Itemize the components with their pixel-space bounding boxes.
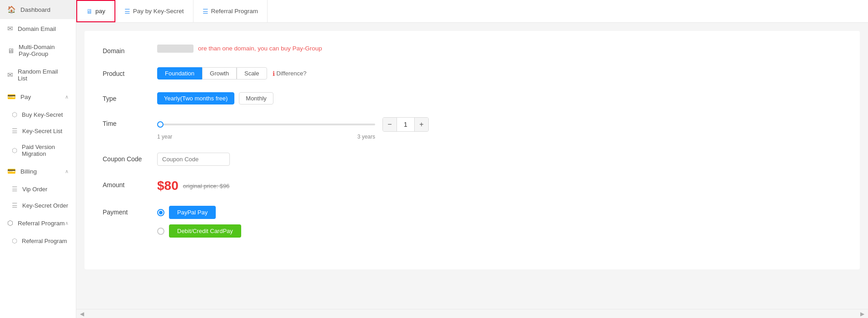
time-row: Time − 1 + 1 year 3 years bbox=[103, 117, 842, 140]
referral-sub-icon: ⬡ bbox=[12, 237, 17, 244]
amount-original: original price: $96 bbox=[183, 183, 230, 189]
sidebar-item-vip-order[interactable]: ☰ Vip Order bbox=[0, 181, 76, 197]
list-icon: ✉ bbox=[7, 71, 13, 79]
payment-option-paypal: PayPal Pay bbox=[157, 206, 842, 219]
payment-label: Payment bbox=[103, 206, 157, 216]
scroll-bottom-bar: ◀ ▶ bbox=[76, 309, 868, 318]
sidebar-group-pay[interactable]: 💳 Pay ∧ bbox=[0, 87, 76, 106]
tab-referral-label: Referral Program bbox=[211, 8, 258, 15]
type-control: Yearly(Two months free) Monthly bbox=[157, 92, 842, 104]
order-icon: ☰ bbox=[12, 202, 18, 209]
scroll-right-arrow[interactable]: ▶ bbox=[857, 311, 868, 317]
product-label: Product bbox=[103, 67, 157, 77]
btn-yearly[interactable]: Yearly(Two months free) bbox=[157, 92, 234, 104]
referral-icon: ⬡ bbox=[7, 219, 13, 227]
difference-label: Difference? bbox=[277, 70, 307, 77]
scroll-left-arrow[interactable]: ◀ bbox=[76, 311, 88, 317]
sidebar-group-referral[interactable]: ⬡ Referral Program ∧ bbox=[0, 214, 76, 233]
vip-icon: ☰ bbox=[12, 185, 18, 193]
amount-control: $80 original price: $96 bbox=[157, 179, 842, 193]
sidebar-group-label: Billing bbox=[20, 168, 37, 175]
stepper-minus-button[interactable]: − bbox=[383, 118, 397, 131]
stepper-plus-button[interactable]: + bbox=[415, 118, 428, 131]
card-pay-button[interactable]: Debit/Credit CardPay bbox=[169, 224, 241, 238]
sidebar-item-label: Multi-Domain Pay-Group bbox=[19, 44, 69, 57]
payment-control: PayPal Pay Debit/Credit CardPay bbox=[157, 206, 842, 243]
time-slider[interactable] bbox=[157, 124, 375, 125]
sidebar-sub-label: Buy Key-Secret bbox=[22, 111, 63, 118]
sidebar-sub-label: Key-Secret Order bbox=[22, 202, 68, 209]
sidebar-item-referral-sub[interactable]: ⬡ Referral Program bbox=[0, 233, 76, 249]
main-content: 🖥 pay ☰ Pay by Key-Secret ☰ Referral Pro… bbox=[76, 0, 868, 318]
tab-bar: 🖥 pay ☰ Pay by Key-Secret ☰ Referral Pro… bbox=[76, 0, 868, 23]
sidebar-item-multi-domain[interactable]: 🖥 Multi-Domain Pay-Group bbox=[0, 38, 76, 63]
paypal-radio[interactable] bbox=[157, 209, 164, 216]
sidebar-item-random-email[interactable]: ✉ Random Email List bbox=[0, 63, 76, 87]
btn-monthly[interactable]: Monthly bbox=[239, 92, 273, 104]
home-icon: 🏠 bbox=[7, 5, 16, 14]
sidebar-sub-label: Vip Order bbox=[22, 186, 47, 193]
sidebar-item-label: Domain Email bbox=[18, 25, 56, 32]
amount-row: Amount $80 original price: $96 bbox=[103, 179, 842, 193]
domain-link-text[interactable]: ore than one domain, you can buy Pay-Gro… bbox=[198, 45, 322, 52]
paypal-pay-button[interactable]: PayPal Pay bbox=[169, 206, 216, 219]
product-btn-group: Foundation Growth Scale bbox=[157, 67, 267, 80]
sidebar-group-label: Referral Program bbox=[18, 220, 65, 227]
stepper-value: 1 bbox=[397, 118, 415, 131]
domain-placeholder-bar bbox=[157, 45, 193, 53]
key-icon: ⬡ bbox=[12, 111, 17, 118]
payment-option-card: Debit/Credit CardPay bbox=[157, 224, 842, 238]
sidebar-item-buy-key-secret[interactable]: ⬡ Buy Key-Secret bbox=[0, 106, 76, 123]
btn-foundation[interactable]: Foundation bbox=[157, 67, 202, 80]
sidebar-group-billing[interactable]: 💳 Billing ∧ bbox=[0, 162, 76, 181]
migration-icon: ⬡ bbox=[12, 147, 17, 154]
sidebar-item-domain-email[interactable]: ✉ Domain Email bbox=[0, 19, 76, 38]
product-row: Product Foundation Growth Scale ℹ Differ… bbox=[103, 67, 842, 80]
card-radio[interactable] bbox=[157, 228, 164, 235]
sidebar-item-label: Random Email List bbox=[18, 68, 69, 82]
slider-min-label: 1 year bbox=[157, 134, 172, 140]
tab-key-icon: ☰ bbox=[124, 8, 130, 15]
chevron-up3-icon: ∧ bbox=[65, 220, 69, 226]
coupon-input[interactable] bbox=[157, 153, 230, 166]
sidebar-item-paid-version[interactable]: ⬡ Paid Version Migration bbox=[0, 139, 76, 162]
sidebar-item-key-secret-order[interactable]: ☰ Key-Secret Order bbox=[0, 197, 76, 214]
info-icon: ℹ bbox=[273, 70, 275, 77]
chevron-up-icon: ∧ bbox=[65, 94, 69, 100]
coupon-control bbox=[157, 153, 842, 166]
sidebar-group-label: Pay bbox=[20, 94, 31, 100]
sidebar-sub-label: Referral Program bbox=[22, 238, 67, 244]
coupon-label: Coupon Code bbox=[103, 153, 157, 163]
domain-control: ore than one domain, you can buy Pay-Gro… bbox=[157, 45, 842, 53]
tab-referral-icon: ☰ bbox=[203, 8, 208, 15]
list2-icon: ☰ bbox=[12, 127, 18, 134]
domain-label: Domain bbox=[103, 45, 157, 55]
sidebar-item-dashboard[interactable]: 🏠 Dashboard bbox=[0, 0, 76, 19]
sidebar-sub-label: Paid Version Migration bbox=[22, 144, 69, 157]
difference-link[interactable]: ℹ Difference? bbox=[273, 70, 307, 77]
stepper: − 1 + bbox=[382, 117, 429, 132]
tab-pay-label: pay bbox=[95, 8, 105, 15]
amount-label: Amount bbox=[103, 179, 157, 189]
sidebar-item-label: Dashboard bbox=[20, 6, 50, 13]
btn-growth[interactable]: Growth bbox=[202, 67, 237, 80]
sidebar-sub-label: Key-Secret List bbox=[22, 128, 62, 134]
type-label: Type bbox=[103, 92, 157, 102]
btn-scale[interactable]: Scale bbox=[237, 67, 267, 80]
email-icon: ✉ bbox=[7, 25, 13, 33]
payment-row: Payment PayPal Pay Debit/Credit CardPay bbox=[103, 206, 842, 243]
monitor-icon: 🖥 bbox=[7, 47, 14, 55]
sidebar: 🏠 Dashboard ✉ Domain Email 🖥 Multi-Domai… bbox=[0, 0, 76, 318]
tab-pay[interactable]: 🖥 pay bbox=[76, 0, 115, 22]
tab-referral-program[interactable]: ☰ Referral Program bbox=[193, 0, 268, 22]
pay-icon: 💳 bbox=[7, 93, 16, 101]
sidebar-item-key-secret-list[interactable]: ☰ Key-Secret List bbox=[0, 123, 76, 139]
slider-labels: 1 year 3 years bbox=[157, 134, 375, 140]
product-control: Foundation Growth Scale ℹ Difference? bbox=[157, 67, 842, 80]
tab-pay-icon: 🖥 bbox=[86, 8, 93, 15]
tab-pay-by-key-secret[interactable]: ☰ Pay by Key-Secret bbox=[115, 0, 193, 22]
time-label: Time bbox=[103, 117, 157, 127]
time-control: − 1 + 1 year 3 years bbox=[157, 117, 842, 140]
slider-max-label: 3 years bbox=[357, 134, 375, 140]
slider-row: − 1 + bbox=[157, 117, 842, 132]
